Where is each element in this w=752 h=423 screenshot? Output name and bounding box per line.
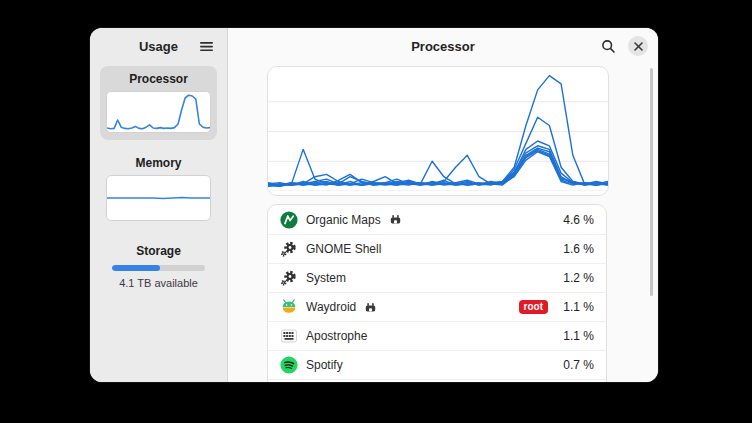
process-row-spotify[interactable]: Spotify 0.7 % [268, 350, 606, 379]
processor-usage-chart [267, 66, 609, 196]
process-row-organic-maps[interactable]: Organic Maps 4.6 % [268, 205, 606, 234]
process-cpu-percent: 1.1 % [556, 329, 594, 343]
storage-available-text: 4.1 TB available [106, 277, 211, 289]
spotify-app-icon [280, 356, 298, 374]
processor-usage-chart-svg [268, 72, 608, 191]
root-badge: root [519, 300, 548, 314]
apostrophe-app-icon [280, 327, 298, 345]
sidebar-memory-label: Memory [106, 156, 211, 170]
main-pane: Processor [228, 28, 658, 382]
sidebar-processor-label: Processor [106, 72, 211, 86]
sidebar-storage-label: Storage [106, 244, 211, 258]
gnome-shell-app-icon [280, 240, 298, 258]
process-name: GNOME Shell [306, 242, 381, 256]
gamepad-icon [390, 214, 401, 225]
storage-progress-bar [112, 265, 205, 271]
process-row-apostrophe[interactable]: Apostrophe 1.1 % [268, 321, 606, 350]
close-window-button[interactable] [628, 36, 648, 56]
storage-progress-fill [112, 265, 160, 271]
hamburger-menu-button[interactable] [193, 33, 219, 59]
usage-app-window: Usage Processor [90, 28, 658, 382]
process-cpu-percent: 1.1 % [556, 300, 594, 314]
process-cpu-percent: 1.6 % [556, 242, 594, 256]
main-headerbar: Processor [228, 28, 658, 64]
page-title: Processor [411, 39, 475, 54]
sidebar: Usage Processor [90, 28, 228, 382]
close-icon [634, 42, 643, 51]
process-name: Waydroid [306, 300, 356, 314]
process-cpu-percent: 0.7 % [556, 358, 594, 372]
process-cpu-percent: 4.6 % [556, 213, 594, 227]
process-row-waydroid[interactable]: Waydroid root 1.1 % [268, 292, 606, 321]
process-row-partial[interactable] [268, 379, 606, 382]
processor-sparkline-svg [107, 92, 210, 132]
sidebar-item-processor[interactable]: Processor [100, 66, 217, 140]
sidebar-item-memory[interactable]: Memory [100, 150, 217, 228]
memory-sparkline-chart [106, 175, 211, 221]
process-name: Spotify [306, 358, 343, 372]
search-icon [601, 39, 616, 54]
sidebar-content: Processor Memory Storage [90, 64, 227, 306]
app-title: Usage [139, 39, 178, 54]
process-row-system[interactable]: System 1.2 % [268, 263, 606, 292]
vertical-scrollbar[interactable] [650, 68, 653, 296]
search-button[interactable] [596, 34, 620, 58]
desktop-background: Usage Processor [0, 0, 752, 423]
gamepad-icon [365, 302, 376, 313]
process-name: Apostrophe [306, 329, 367, 343]
waydroid-app-icon [280, 298, 298, 316]
process-name: Organic Maps [306, 213, 381, 227]
processor-sparkline-chart [106, 91, 211, 133]
organic-maps-app-icon [280, 211, 298, 229]
hamburger-icon [199, 39, 214, 54]
process-cpu-percent: 1.2 % [556, 271, 594, 285]
headerbar-actions [596, 28, 648, 64]
process-name: System [306, 271, 346, 285]
memory-sparkline-svg [107, 176, 210, 220]
process-row-gnome-shell[interactable]: GNOME Shell 1.6 % [268, 234, 606, 263]
sidebar-item-storage[interactable]: Storage 4.1 TB available [100, 238, 217, 296]
system-gear-icon [280, 269, 298, 287]
process-list: Organic Maps 4.6 % [267, 204, 607, 382]
sidebar-headerbar: Usage [90, 28, 227, 64]
